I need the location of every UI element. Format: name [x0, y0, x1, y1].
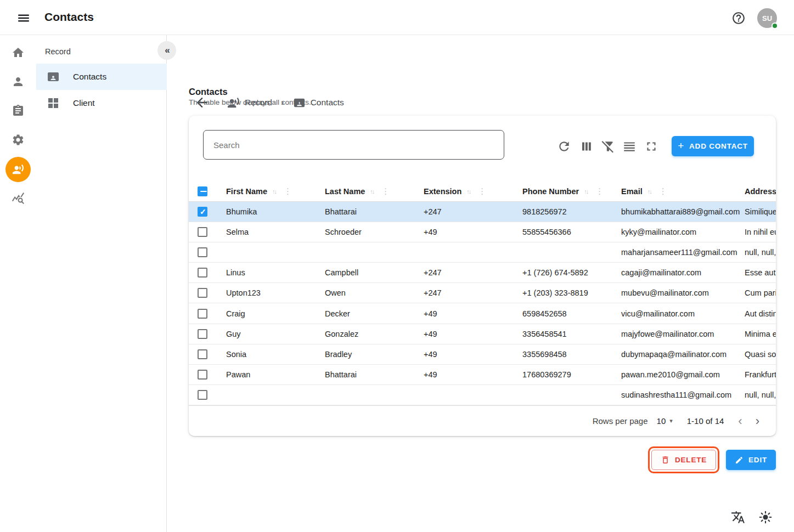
table-row[interactable]: Linus Campbell +247 +1 (726) 674-5892 ca… — [189, 263, 776, 283]
column-header-extension[interactable]: Extension ↑↓ ⋮ — [424, 186, 522, 196]
column-header-last-name[interactable]: Last Name ↑↓ ⋮ — [325, 186, 424, 196]
person-icon[interactable] — [6, 70, 30, 94]
collapse-sidebar-icon[interactable]: « — [157, 41, 176, 60]
row-checkbox-cell — [189, 247, 226, 257]
fullscreen-icon[interactable] — [644, 139, 658, 154]
edit-button[interactable]: EDIT — [726, 450, 776, 470]
cell-first-name: Pawan — [226, 370, 325, 379]
row-checkbox[interactable] — [198, 247, 207, 257]
row-checkbox[interactable] — [198, 207, 207, 217]
cell-phone-number: +1 (726) 674-5892 — [522, 268, 621, 277]
cell-extension: +247 — [424, 207, 522, 216]
table-row[interactable]: maharjansameer111@gmail.com null, null, — [189, 242, 776, 263]
page-subtitle: The table below displays all contacts. — [189, 98, 311, 106]
columns-icon[interactable] — [579, 139, 593, 154]
sidebar-item-client[interactable]: Client — [36, 90, 167, 116]
cell-extension: +247 — [424, 268, 522, 277]
search-input[interactable] — [203, 130, 504, 160]
cell-address: null, null, — [745, 390, 776, 399]
row-checkbox-cell — [189, 207, 226, 217]
cell-last-name: Owen — [325, 288, 424, 297]
column-header-email[interactable]: Email ↑↓ ⋮ — [621, 186, 745, 196]
avatar[interactable]: SU — [757, 8, 777, 28]
filter-off-icon[interactable] — [601, 139, 615, 154]
row-checkbox[interactable] — [198, 309, 207, 319]
cell-email: dubymapaqa@mailinator.com — [621, 350, 745, 359]
home-icon[interactable] — [6, 41, 30, 65]
query-stats-icon[interactable] — [6, 186, 30, 210]
help-icon[interactable] — [731, 11, 746, 25]
cell-extension: +49 — [424, 350, 522, 359]
next-page-icon[interactable]: › — [752, 415, 763, 427]
cell-email: cagaji@mailinator.com — [621, 268, 745, 277]
cell-last-name: Schroeder — [325, 228, 424, 236]
row-checkbox[interactable] — [198, 288, 207, 298]
cell-phone-number: 17680369279 — [522, 370, 621, 379]
delete-button-highlight-ring: DELETE — [648, 446, 719, 473]
cell-last-name: Gonzalez — [325, 330, 424, 338]
table-row[interactable]: Craig Decker +49 6598452658 vicu@mailina… — [189, 303, 776, 324]
assignment-icon[interactable] — [6, 99, 30, 123]
table-row[interactable]: Upton123 Owen +247 +1 (203) 323-8819 mub… — [189, 283, 776, 303]
cell-first-name: Craig — [226, 309, 325, 318]
cell-phone-number: 6598452658 — [522, 309, 621, 318]
table-row[interactable]: Bhumika Bhattarai +247 9818256972 bhumik… — [189, 202, 776, 222]
rows-per-page-select[interactable]: 10 ▾ — [657, 416, 673, 426]
cell-email: kyky@mailinator.com — [621, 228, 745, 236]
column-menu-icon[interactable]: ⋮ — [284, 186, 292, 196]
add-contact-button[interactable]: + ADD CONTACT — [672, 136, 754, 156]
cell-address: Aut distin — [745, 309, 776, 318]
hamburger-menu-icon[interactable] — [16, 11, 31, 24]
sort-icon: ↑↓ — [370, 188, 374, 195]
cell-email: sudinashrestha111@gmail.com — [621, 390, 745, 399]
sidebar-item-contacts[interactable]: Contacts — [36, 64, 167, 90]
column-header-first-name[interactable]: First Name ↑↓ ⋮ — [226, 186, 325, 196]
pencil-icon — [735, 456, 744, 465]
chevron-down-icon: ▾ — [669, 417, 673, 425]
header-checkbox-cell — [189, 186, 226, 196]
column-header-address[interactable]: Address ↑↓ — [745, 187, 776, 196]
brightness-sun-icon[interactable] — [758, 510, 773, 524]
table-row[interactable]: sudinashrestha111@gmail.com null, null, — [189, 385, 776, 405]
column-menu-icon[interactable]: ⋮ — [381, 186, 390, 196]
table-row[interactable]: Selma Schroeder +49 55855456366 kyky@mai… — [189, 222, 776, 242]
cell-first-name: Selma — [226, 228, 325, 236]
column-header-phone-number[interactable]: Phone Number ↑↓ ⋮ — [522, 186, 621, 196]
column-menu-icon[interactable]: ⋮ — [659, 186, 667, 196]
app-title: Contacts — [44, 10, 94, 24]
row-checkbox[interactable] — [198, 349, 207, 359]
row-actions: DELETE EDIT — [167, 446, 776, 473]
cell-address: Quasi sol — [745, 350, 776, 359]
column-menu-icon[interactable]: ⋮ — [595, 186, 604, 196]
refresh-icon[interactable] — [557, 139, 571, 154]
row-checkbox[interactable] — [198, 390, 207, 400]
row-checkbox-cell — [189, 370, 226, 380]
sort-icon: ↑↓ — [584, 188, 588, 195]
table-row[interactable]: Guy Gonzalez +49 3356458541 majyfowe@mai… — [189, 324, 776, 344]
settings-gear-icon[interactable] — [6, 128, 30, 152]
select-all-checkbox[interactable] — [198, 186, 207, 196]
row-checkbox[interactable] — [198, 329, 207, 339]
row-checkbox-cell — [189, 268, 226, 278]
previous-page-icon[interactable]: ‹ — [735, 415, 745, 427]
row-checkbox[interactable] — [198, 227, 207, 237]
cell-last-name: Decker — [325, 309, 424, 318]
row-checkbox-cell — [189, 309, 226, 319]
density-icon[interactable] — [622, 139, 637, 154]
main-content: Record › Contacts Contacts The table bel… — [167, 35, 794, 532]
cell-address: Minima e — [745, 330, 776, 338]
row-checkbox-cell — [189, 390, 226, 400]
translate-icon[interactable] — [731, 510, 745, 524]
row-checkbox-cell — [189, 349, 226, 359]
cell-phone-number: 3355698458 — [522, 350, 621, 359]
table-row[interactable]: Pawan Bhattarai +49 17680369279 pawan.me… — [189, 365, 776, 385]
record-voice-over-icon[interactable] — [5, 157, 31, 182]
row-checkbox[interactable] — [198, 268, 207, 278]
row-checkbox-cell — [189, 288, 226, 298]
row-checkbox[interactable] — [198, 370, 207, 380]
column-menu-icon[interactable]: ⋮ — [478, 186, 486, 196]
table-row[interactable]: Sonia Bradley +49 3355698458 dubymapaqa@… — [189, 344, 776, 365]
avatar-initials: SU — [762, 14, 772, 22]
sidebar-rail — [0, 35, 36, 532]
delete-button[interactable]: DELETE — [651, 450, 716, 470]
